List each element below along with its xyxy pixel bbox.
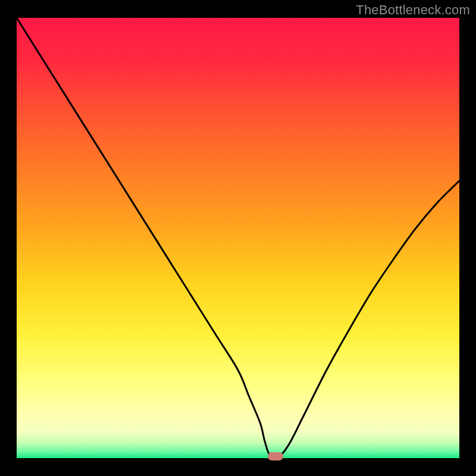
optimum-marker bbox=[268, 452, 283, 461]
plot-area bbox=[17, 18, 459, 458]
chart-frame: TheBottleneck.com bbox=[0, 0, 476, 476]
watermark-text: TheBottleneck.com bbox=[356, 2, 470, 18]
bottleneck-curve bbox=[17, 18, 459, 458]
